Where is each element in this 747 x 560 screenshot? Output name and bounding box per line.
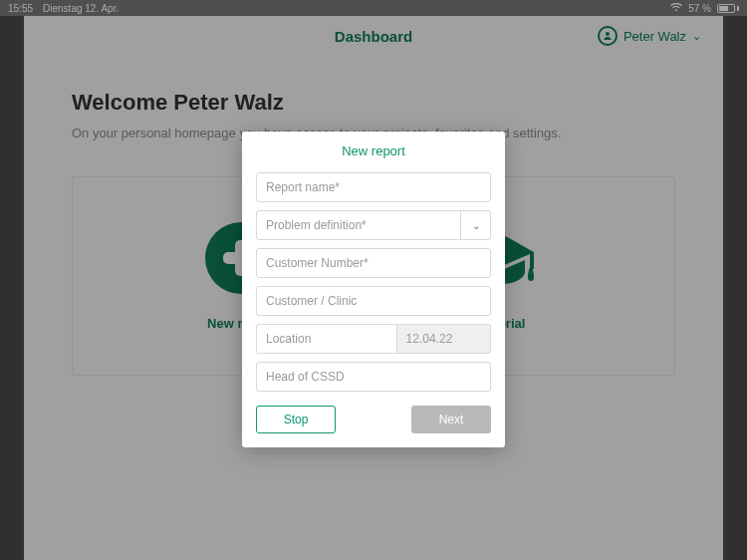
head-of-cssd-input[interactable] — [256, 362, 491, 392]
stop-button[interactable]: Stop — [256, 406, 336, 433]
next-button[interactable]: Next — [411, 406, 491, 433]
location-input[interactable] — [256, 324, 397, 354]
new-report-modal: New report ⌄ 12.04.22 Stop Next — [242, 132, 505, 447]
problem-definition-select[interactable] — [256, 210, 461, 240]
customer-number-input[interactable] — [256, 248, 491, 278]
report-name-input[interactable] — [256, 172, 491, 202]
chevron-down-icon: ⌄ — [472, 220, 480, 231]
customer-clinic-input[interactable] — [256, 286, 491, 316]
problem-definition-dropdown-button[interactable]: ⌄ — [461, 210, 491, 240]
modal-title: New report — [256, 143, 491, 158]
date-readonly: 12.04.22 — [397, 324, 491, 354]
